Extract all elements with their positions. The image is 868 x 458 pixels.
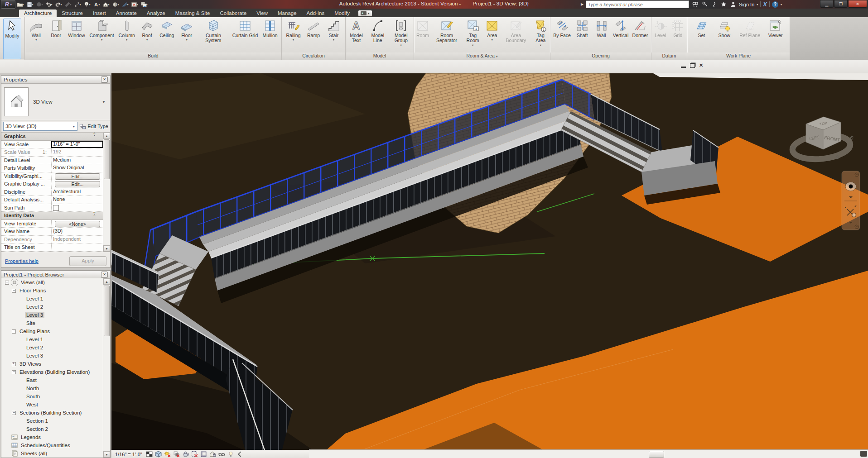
property-row[interactable]: Title on Sheet ⌃⌃ <box>1 243 103 252</box>
scrollbar-corner-icon[interactable] <box>860 451 867 457</box>
tree-expander-icon[interactable] <box>12 411 16 415</box>
tree-item[interactable]: Level 3 <box>1 311 110 319</box>
property-value[interactable]: ⌃⌃ <box>51 243 103 251</box>
ribbon-button[interactable]: Set▾ <box>693 19 710 38</box>
qat-button[interactable]: ▾ <box>73 1 82 8</box>
ribbon-button[interactable]: 1Tag Area▾ <box>531 19 550 47</box>
search-input[interactable] <box>586 0 689 8</box>
tree-expander-icon[interactable] <box>19 378 23 382</box>
qat-button[interactable]: ▾ <box>63 1 72 8</box>
project-browser-scrollbar[interactable]: ▲ ▼ <box>103 278 110 458</box>
sun-path-icon[interactable] <box>164 451 171 458</box>
drawing-area[interactable]: W S E TOP LEFT FRONT <box>111 73 868 458</box>
tree-expander-icon[interactable] <box>19 313 23 317</box>
tree-item[interactable]: Level 3 <box>1 352 110 360</box>
tree-item[interactable]: Sections (Building Section) <box>1 409 110 417</box>
qat-button[interactable]: ▾ <box>140 1 149 8</box>
property-value[interactable]: ⌃⌃ <box>51 204 103 212</box>
unlocked-3d-icon[interactable] <box>209 451 217 458</box>
minimize-button[interactable]: ▁ <box>820 0 834 8</box>
exchange-apps-icon[interactable]: X <box>763 1 767 8</box>
collapse-bar-icon[interactable] <box>236 451 244 458</box>
panel-caption[interactable]: Room & Area▾ <box>414 52 550 60</box>
tree-expander-icon[interactable] <box>12 362 16 366</box>
tree-item[interactable]: Schedules/Quantities <box>1 441 110 449</box>
property-value[interactable]: Edit...⌃⌃ <box>51 172 103 180</box>
show-crop-icon[interactable] <box>200 451 207 458</box>
ribbon-tab[interactable]: Collaborate <box>215 10 251 17</box>
help-menu-icon[interactable]: ▾ <box>781 3 782 6</box>
tree-expander-icon[interactable] <box>19 427 23 431</box>
ribbon-tab[interactable]: Architecture <box>19 10 57 17</box>
ribbon-button[interactable]: Viewer▾ <box>767 19 784 38</box>
tree-item[interactable]: Section 2 <box>1 425 110 433</box>
tree-expander-icon[interactable] <box>19 346 23 350</box>
property-row[interactable]: Graphic Display ... Edit...⌃⌃ <box>1 180 103 188</box>
tree-expander-icon[interactable] <box>5 452 9 456</box>
property-value[interactable]: ⌃⌃ <box>92 212 103 219</box>
close-button[interactable]: ✕ <box>848 0 867 8</box>
ribbon-button[interactable]: By Face▾ <box>552 19 572 38</box>
ribbon-button[interactable]: Mullion▾ <box>261 19 279 38</box>
apply-button[interactable]: Apply <box>69 256 106 266</box>
tree-item[interactable]: Level 2 <box>1 303 110 311</box>
tree-item[interactable]: North <box>1 384 110 392</box>
tree-item[interactable]: South <box>1 392 110 401</box>
tree-expander-icon[interactable] <box>19 386 23 391</box>
ribbon-button[interactable]: Area▾ <box>483 19 501 41</box>
detail-level-icon[interactable] <box>146 451 153 458</box>
ribbon-button[interactable]: Model Group▾ <box>389 19 414 47</box>
application-menu-button[interactable]: R▾ <box>1 0 15 9</box>
tree-expander-icon[interactable] <box>19 354 23 358</box>
qat-button[interactable]: ▾ <box>130 1 139 8</box>
tree-expander-icon[interactable] <box>5 444 9 448</box>
tree-item[interactable]: Level 1 <box>1 335 110 344</box>
3d-viewport-canvas[interactable]: W S E TOP LEFT FRONT <box>111 73 868 458</box>
edit-type-button[interactable]: Edit Type <box>79 123 108 130</box>
sign-in-person-icon[interactable] <box>729 1 737 8</box>
property-row[interactable]: View Scale 1/16" = 1'-0"⌃⌃ <box>1 141 103 149</box>
ribbon-button[interactable]: Wall▾ <box>28 19 45 41</box>
scroll-thumb[interactable] <box>649 451 664 458</box>
ribbon-button[interactable]: 1Tag Room▾ <box>462 19 483 47</box>
property-value[interactable]: 1/16" = 1'-0"⌃⌃ <box>51 141 103 148</box>
ribbon-button[interactable]: Show▾ <box>716 19 733 38</box>
property-row[interactable]: Default Analysis... None⌃⌃ <box>1 196 103 204</box>
tree-item[interactable]: Level 2 <box>1 344 110 352</box>
panel-display-toggle[interactable]: ▾ <box>358 10 372 16</box>
tree-expander-icon[interactable] <box>19 338 23 342</box>
property-value[interactable]: {3D}⌃⌃ <box>51 228 103 235</box>
qat-button[interactable]: A▾ <box>92 1 101 8</box>
property-row[interactable]: Identity Data ⌃⌃ <box>1 212 103 220</box>
tree-expander-icon[interactable] <box>19 305 23 309</box>
type-selector[interactable]: 3D View: {3D}▼ <box>3 122 77 131</box>
property-value[interactable]: Edit...⌃⌃ <box>51 180 103 188</box>
ribbon-button[interactable]: Grid▾ <box>669 19 686 38</box>
property-row[interactable]: Parts Visibility Show Original⌃⌃ <box>1 164 103 172</box>
property-row[interactable]: Visibility/Graphi... Edit...⌃⌃ <box>1 172 103 181</box>
shadows-icon[interactable] <box>173 451 180 458</box>
ribbon-button[interactable]: Room▾ <box>414 19 431 38</box>
sign-in-menu-icon[interactable]: ▾ <box>757 3 758 6</box>
ribbon-tab[interactable]: Add-Ins <box>302 10 330 17</box>
tree-item[interactable]: Sheets (all) <box>1 449 110 458</box>
property-value[interactable]: Medium⌃⌃ <box>51 157 103 164</box>
ribbon-button[interactable]: AModel Text▾ <box>346 19 367 44</box>
chevron-down-icon[interactable]: ▼ <box>102 100 107 104</box>
checkbox[interactable] <box>53 205 59 211</box>
tree-item[interactable]: West <box>1 401 110 409</box>
property-value[interactable]: Architectural⌃⌃ <box>51 188 103 196</box>
ribbon-button[interactable]: Curtain System▾ <box>198 19 229 44</box>
tree-item[interactable]: Level 1 <box>1 295 110 303</box>
crop-view-icon[interactable] <box>191 451 198 458</box>
reveal-hidden-glasses-icon[interactable] <box>218 451 226 458</box>
ribbon-button[interactable]: Railing▾ <box>285 19 302 41</box>
subscription-center-icon[interactable] <box>701 1 708 8</box>
ribbon-button[interactable]: Vertical▾ <box>612 19 629 38</box>
property-row[interactable]: Discipline Architectural⌃⌃ <box>1 188 103 196</box>
ribbon-button[interactable]: Component▾ <box>88 19 115 41</box>
tree-expander-icon[interactable] <box>19 395 23 399</box>
qat-button[interactable]: ▾ <box>111 1 120 8</box>
ribbon-button[interactable]: Dormer▾ <box>632 19 649 38</box>
ribbon-button[interactable]: Area Boundary▾ <box>501 19 531 44</box>
